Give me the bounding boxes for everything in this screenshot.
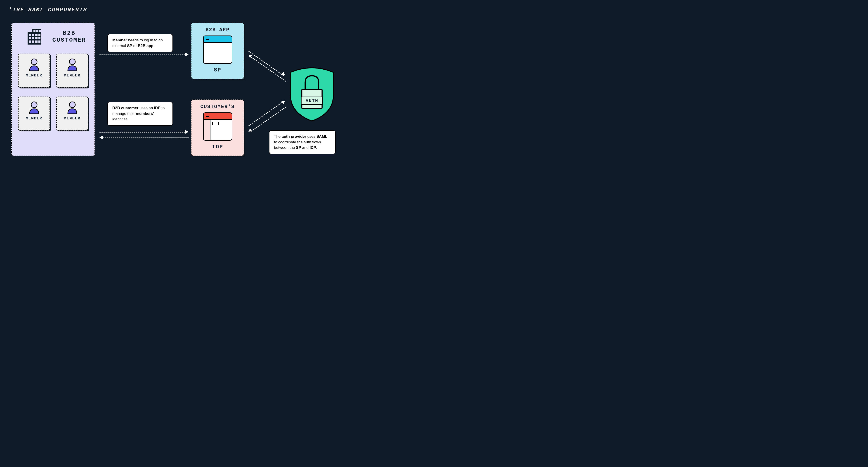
arrow-idp-to-auth xyxy=(248,101,284,126)
svg-point-17 xyxy=(31,59,37,65)
arrow-head-icon xyxy=(185,130,188,134)
callout-auth-saml: The auth provider uses SAML to coordinat… xyxy=(269,130,336,154)
sp-sublabel: SP xyxy=(214,67,221,73)
member-label: MEMBER xyxy=(26,73,42,78)
svg-rect-12 xyxy=(35,40,37,43)
customer-idp-panel: CUSTOMER'S IDP xyxy=(191,99,244,156)
b2b-app-panel: B2B APP SP xyxy=(191,23,244,79)
svg-rect-4 xyxy=(35,34,37,36)
svg-point-18 xyxy=(69,59,75,65)
svg-rect-14 xyxy=(33,30,35,32)
auth-provider-shield: AUTH xyxy=(286,63,338,122)
arrow-head-icon xyxy=(281,72,286,77)
idp-sublabel: IDP xyxy=(212,144,223,150)
svg-point-20 xyxy=(69,102,75,108)
app-window-icon xyxy=(203,35,232,64)
arrow-auth-to-idp xyxy=(251,107,286,132)
arrow-customer-to-idp xyxy=(99,132,185,133)
person-icon xyxy=(67,59,78,71)
member-card: MEMBER xyxy=(18,96,50,130)
auth-label: AUTH xyxy=(301,96,323,105)
person-icon xyxy=(29,101,40,114)
app-window-icon xyxy=(203,112,232,141)
member-label: MEMBER xyxy=(64,116,81,120)
arrow-sp-to-auth xyxy=(248,51,284,76)
svg-rect-9 xyxy=(38,37,40,39)
building-icon xyxy=(25,28,43,46)
b2b-customer-panel: B2B CUSTOMER MEMBER MEMBER MEMBER MEMBER xyxy=(11,23,95,156)
svg-rect-5 xyxy=(38,34,40,36)
svg-rect-3 xyxy=(32,34,34,36)
svg-rect-11 xyxy=(32,40,34,43)
arrow-head-icon xyxy=(185,53,188,56)
arrow-auth-to-sp xyxy=(251,57,286,82)
arrow-head-icon xyxy=(281,99,286,104)
arrow-customer-to-sp xyxy=(99,55,185,55)
svg-rect-6 xyxy=(29,37,31,39)
customer-header: B2B CUSTOMER xyxy=(16,28,90,46)
customer-title: B2B CUSTOMER xyxy=(49,30,90,43)
sp-title: B2B APP xyxy=(206,27,229,33)
member-card: MEMBER xyxy=(18,54,50,88)
member-label: MEMBER xyxy=(26,116,42,120)
member-card: MEMBER xyxy=(56,54,88,88)
svg-rect-8 xyxy=(35,37,37,39)
svg-point-19 xyxy=(31,102,37,108)
svg-rect-15 xyxy=(36,30,38,32)
arrow-idp-to-customer xyxy=(103,138,189,138)
svg-rect-13 xyxy=(38,40,40,43)
person-icon xyxy=(67,101,78,114)
person-icon xyxy=(29,59,40,71)
member-label: MEMBER xyxy=(64,73,81,78)
svg-rect-10 xyxy=(29,40,31,43)
arrow-head-icon xyxy=(99,136,103,139)
callout-idp-usage: B2B customer uses an IDP to manage their… xyxy=(107,102,173,126)
callout-member-login: Member needs to log in to an external SP… xyxy=(107,34,173,52)
svg-rect-16 xyxy=(39,30,41,32)
member-card: MEMBER xyxy=(56,96,88,130)
svg-rect-7 xyxy=(32,37,34,39)
svg-rect-2 xyxy=(29,34,31,36)
idp-title: CUSTOMER'S xyxy=(200,104,235,110)
arrow-head-icon xyxy=(248,128,252,133)
diagram-title: *THE SAML COMPONENTS xyxy=(8,7,87,13)
members-grid: MEMBER MEMBER MEMBER MEMBER xyxy=(16,54,90,130)
